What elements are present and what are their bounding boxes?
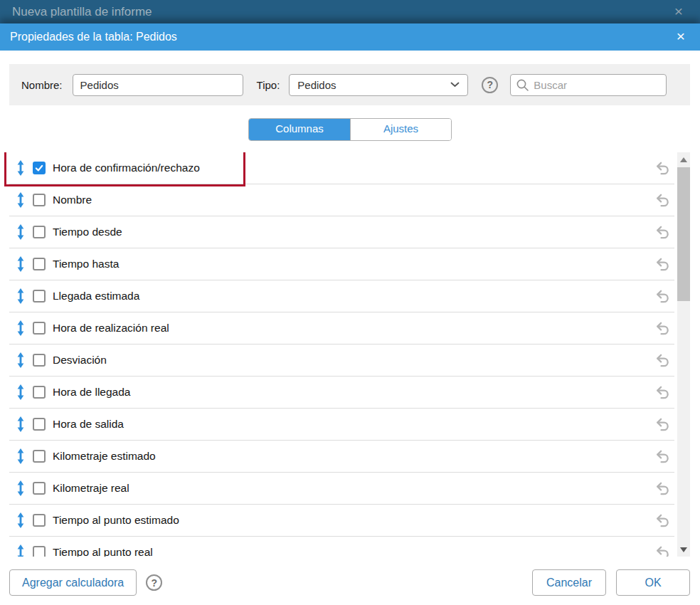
column-row: Desviación xyxy=(9,344,674,377)
drag-handle-icon[interactable] xyxy=(15,191,26,209)
type-select-value: Pedidos xyxy=(297,79,336,91)
column-row: Hora de confirmación/rechazo xyxy=(9,152,674,184)
column-row: Tiempo al punto estimado xyxy=(9,505,674,537)
tab-ajustes[interactable]: Ajustes xyxy=(350,119,451,140)
undo-icon[interactable] xyxy=(654,448,671,465)
column-label: Hora de realización real xyxy=(53,322,169,335)
drag-handle-icon[interactable] xyxy=(15,320,26,337)
column-row: Hora de llegada xyxy=(9,377,674,409)
column-checkbox[interactable] xyxy=(33,514,46,527)
column-label: Tiempo hasta xyxy=(53,258,119,270)
column-row: Tiempo desde xyxy=(9,216,674,248)
column-label: Tiempo desde xyxy=(53,226,122,238)
column-checkbox[interactable] xyxy=(33,226,46,238)
column-checkbox[interactable] xyxy=(33,354,46,367)
column-label: Kilometraje real xyxy=(53,482,129,495)
column-checkbox[interactable] xyxy=(33,162,46,174)
column-checkbox[interactable] xyxy=(33,386,46,399)
cancel-button[interactable]: Cancelar xyxy=(532,569,606,596)
undo-icon[interactable] xyxy=(654,512,671,529)
column-checkbox[interactable] xyxy=(33,418,46,431)
undo-icon[interactable] xyxy=(654,160,671,177)
undo-icon[interactable] xyxy=(654,352,671,369)
drag-handle-icon[interactable] xyxy=(15,416,26,433)
drag-handle-icon[interactable] xyxy=(15,512,26,529)
add-calculator-button[interactable]: Agregar calculadora xyxy=(9,569,137,596)
modal-titlebar: Propiedades de la tabla: Pedidos × xyxy=(0,23,700,51)
scrollbar-down-arrow-icon[interactable] xyxy=(677,544,690,555)
ok-button[interactable]: OK xyxy=(616,569,690,596)
tab-columnas[interactable]: Columnas xyxy=(249,119,350,140)
column-row: Llegada estimada xyxy=(9,280,674,312)
footer-left: Agregar calculadora ? xyxy=(9,569,162,596)
scrollbar-thumb[interactable] xyxy=(677,167,690,301)
modal-close-icon[interactable]: × xyxy=(677,28,685,45)
background-close-icon[interactable]: × xyxy=(674,3,683,20)
drag-handle-icon[interactable] xyxy=(15,288,26,305)
drag-handle-icon[interactable] xyxy=(15,256,26,273)
column-checkbox[interactable] xyxy=(33,194,46,206)
column-label: Hora de salida xyxy=(53,418,124,431)
drag-handle-icon[interactable] xyxy=(15,159,26,177)
drag-handle-icon[interactable] xyxy=(15,448,26,465)
name-label: Nombre: xyxy=(21,79,63,91)
column-label: Kilometraje estimado xyxy=(53,450,156,463)
scrollbar-up-arrow-icon[interactable] xyxy=(677,154,690,165)
search-box xyxy=(510,74,667,96)
search-icon xyxy=(516,78,529,92)
undo-icon[interactable] xyxy=(654,224,671,241)
undo-icon[interactable] xyxy=(654,384,671,401)
column-label: Hora de llegada xyxy=(53,386,130,399)
column-label: Llegada estimada xyxy=(53,290,139,302)
column-checkbox[interactable] xyxy=(33,450,46,463)
scrollbar[interactable] xyxy=(677,152,690,557)
columns-list: Hora de confirmación/rechazo Nombre xyxy=(0,152,700,557)
chevron-down-icon xyxy=(450,82,460,88)
column-label: Hora de confirmación/rechazo xyxy=(53,162,200,174)
column-row: Tiempo hasta xyxy=(9,248,674,280)
column-row: Kilometraje real xyxy=(9,473,674,505)
undo-icon[interactable] xyxy=(654,416,671,433)
drag-handle-icon[interactable] xyxy=(15,223,26,241)
undo-icon[interactable] xyxy=(654,256,671,273)
tabs: Columnas Ajustes xyxy=(248,118,452,141)
type-label: Tipo: xyxy=(257,79,280,91)
column-label: Tiempo al punto estimado xyxy=(53,514,179,527)
column-checkbox[interactable] xyxy=(33,322,46,335)
column-label: Nombre xyxy=(53,194,92,206)
column-checkbox[interactable] xyxy=(33,546,46,557)
undo-icon[interactable] xyxy=(654,320,671,337)
footer-help-icon[interactable]: ? xyxy=(146,574,162,591)
drag-handle-icon[interactable] xyxy=(15,544,26,557)
footer-right: Cancelar OK xyxy=(532,569,690,596)
background-window-title: Nueva plantilla de informe xyxy=(12,5,152,19)
undo-icon[interactable] xyxy=(654,288,671,305)
drag-handle-icon[interactable] xyxy=(15,480,26,497)
name-input[interactable] xyxy=(73,74,243,96)
help-icon[interactable]: ? xyxy=(482,77,498,93)
column-checkbox[interactable] xyxy=(33,258,46,270)
type-select[interactable]: Pedidos xyxy=(289,74,468,96)
footer: Agregar calculadora ? Cancelar OK xyxy=(9,569,690,596)
column-label: Tiempo al punto real xyxy=(53,546,153,557)
column-row: Tiempo al punto real xyxy=(9,537,674,557)
column-label: Desviación xyxy=(53,354,107,367)
modal-title: Propiedades de la tabla: Pedidos xyxy=(10,31,177,43)
undo-icon[interactable] xyxy=(654,544,671,557)
search-input[interactable] xyxy=(510,74,667,96)
column-checkbox[interactable] xyxy=(33,482,46,495)
drag-handle-icon[interactable] xyxy=(15,352,26,369)
check-icon xyxy=(35,164,43,172)
column-row: Hora de realización real xyxy=(9,312,674,344)
column-row: Nombre xyxy=(9,184,674,216)
undo-icon[interactable] xyxy=(654,192,671,209)
drag-handle-icon[interactable] xyxy=(15,384,26,401)
background-window-titlebar: Nueva plantilla de informe × xyxy=(0,0,700,23)
undo-icon[interactable] xyxy=(654,480,671,497)
columns-list-viewport: Hora de confirmación/rechazo Nombre xyxy=(0,152,700,557)
table-properties-form-bar: Nombre: Tipo: Pedidos ? xyxy=(9,64,690,105)
column-row: Kilometraje estimado xyxy=(9,441,674,473)
column-row: Hora de salida xyxy=(9,409,674,441)
column-checkbox[interactable] xyxy=(33,290,46,302)
